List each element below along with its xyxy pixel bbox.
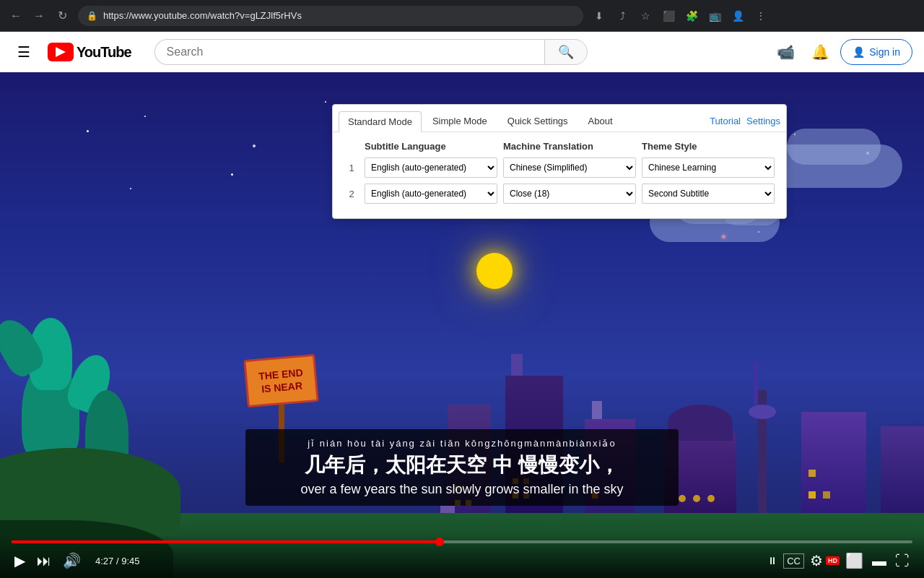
search-button[interactable]: 🔍 xyxy=(544,39,588,65)
subtitle-english: over a few years the sun slowly grows sm… xyxy=(263,482,661,497)
subtitle-row-1: 1 English (auto-generated) Chinese (Simp… xyxy=(344,158,775,178)
tab-simple-mode[interactable]: Simple Mode xyxy=(423,111,497,131)
bookmark-icon[interactable]: ☆ xyxy=(635,6,655,26)
next-button[interactable]: ⏭ xyxy=(34,550,54,572)
controls-row: ▶ ⏭ 🔊 4:27 / 9:45 ⏸ CC ⚙ HD ⬜ ▬ xyxy=(12,549,912,572)
profile-icon[interactable]: 👤 xyxy=(728,6,748,26)
lock-icon: 🔒 xyxy=(87,11,97,21)
volume-button[interactable]: 🔊 xyxy=(60,549,84,572)
row-1-theme-select[interactable]: Chinese Learning xyxy=(642,158,775,178)
share-icon[interactable]: ⤴ xyxy=(612,6,632,26)
url-text: https://www.youtube.com/watch?v=gLZJlf5r… xyxy=(103,10,575,21)
controls-right: ⏸ CC ⚙ HD ⬜ ▬ ⛶ xyxy=(764,549,912,572)
row-1-subtitle-lang-select[interactable]: English (auto-generated) xyxy=(365,158,497,178)
row-1-machine-trans-select[interactable]: Chinese (Simplified) xyxy=(503,158,636,178)
subtitle-row-2: 2 English (auto-generated) Close (18) Se… xyxy=(344,184,775,204)
download-icon[interactable]: ⬇ xyxy=(589,6,609,26)
header-right: 📹 🔔 👤 Sign in xyxy=(771,38,912,66)
hd-badge: HD xyxy=(826,556,840,565)
video-controls: ▶ ⏭ 🔊 4:27 / 9:45 ⏸ CC ⚙ HD ⬜ ▬ xyxy=(0,535,924,578)
row-2-subtitle-lang-select[interactable]: English (auto-generated) xyxy=(365,184,497,204)
video-camera-icon[interactable]: 📹 xyxy=(771,38,800,66)
time-display: 4:27 / 9:45 xyxy=(95,556,139,566)
tab-quick-settings[interactable]: Quick Settings xyxy=(498,111,578,131)
search-input[interactable] xyxy=(154,39,544,65)
youtube-logo-icon xyxy=(48,43,74,61)
notification-bell-icon[interactable]: 🔔 xyxy=(806,38,834,66)
settings-link[interactable]: Settings xyxy=(746,116,780,126)
popup-content: Subtitle Language Machine Translation Th… xyxy=(333,132,786,218)
person-icon: 👤 xyxy=(853,46,865,58)
row-2-machine-trans-select[interactable]: Close (18) xyxy=(503,184,636,204)
subtitle-overlay: jǐ nián hòu tài yáng zài tiān kōngzhōngm… xyxy=(245,429,679,506)
progress-fill xyxy=(12,540,444,543)
youtube-logo[interactable]: YouTube xyxy=(48,43,131,61)
youtube-logo-text: YouTube xyxy=(77,44,131,61)
extensions-icon[interactable]: 🧩 xyxy=(681,6,702,26)
sign-board: THE ENDIS NEAR xyxy=(243,353,319,407)
moon-decoration xyxy=(476,253,513,289)
hamburger-menu-button[interactable]: ☰ xyxy=(12,38,36,66)
miniplayer-button[interactable]: ⬜ xyxy=(842,549,866,572)
nav-buttons: ← → ↻ xyxy=(6,6,72,26)
search-bar: 🔍 xyxy=(154,39,588,65)
settings-button[interactable]: ⚙ xyxy=(807,549,826,572)
progress-bar[interactable] xyxy=(12,540,912,543)
row-2-theme-select[interactable]: Second Subtitle xyxy=(642,184,775,204)
extension-popup: Standard Mode Simple Mode Quick Settings… xyxy=(332,104,787,219)
sign-in-label: Sign in xyxy=(869,46,900,58)
browser-chrome: ← → ↻ 🔒 https://www.youtube.com/watch?v=… xyxy=(0,0,924,32)
forward-button[interactable]: → xyxy=(29,6,49,26)
settings-group: ⚙ HD xyxy=(807,549,840,572)
theater-mode-button[interactable]: ▬ xyxy=(869,550,889,572)
popup-links: Tutorial Settings xyxy=(710,116,780,126)
subtitles-button[interactable]: CC xyxy=(783,553,804,569)
popup-tab-bar: Standard Mode Simple Mode Quick Settings… xyxy=(333,105,786,132)
subtitle-chinese: 几年后，太阳在天空 中 慢慢变小， xyxy=(263,452,661,479)
popup-column-headers: Subtitle Language Machine Translation Th… xyxy=(344,141,775,152)
fullscreen-button[interactable]: ⛶ xyxy=(892,550,912,572)
cast-icon[interactable]: 📺 xyxy=(705,6,725,26)
tab-standard-mode[interactable]: Standard Mode xyxy=(339,111,422,132)
row-2-number: 2 xyxy=(344,189,359,199)
progress-dot xyxy=(435,538,444,546)
youtube-header: ☰ YouTube 🔍 📹 🔔 👤 Sign in xyxy=(0,32,924,72)
play-button[interactable]: ▶ xyxy=(12,549,28,572)
tab-about[interactable]: About xyxy=(579,111,622,131)
browser-actions: ⬇ ⤴ ☆ ⬛ 🧩 📺 👤 ⋮ xyxy=(589,6,771,26)
sign-in-button[interactable]: 👤 Sign in xyxy=(840,39,912,65)
theme-style-header: Theme Style xyxy=(642,141,775,152)
subtitle-language-header: Subtitle Language xyxy=(365,141,497,152)
time-total: 9:45 xyxy=(121,556,139,566)
extension-puzzle-icon[interactable]: ⬛ xyxy=(658,6,679,26)
more-menu-icon[interactable]: ⋮ xyxy=(751,6,771,26)
machine-translation-header: Machine Translation xyxy=(503,141,636,152)
reload-button[interactable]: ↻ xyxy=(52,6,72,26)
subtitle-pinyin: jǐ nián hòu tài yáng zài tiān kōngzhōngm… xyxy=(263,438,661,449)
back-button[interactable]: ← xyxy=(6,6,26,26)
address-bar[interactable]: 🔒 https://www.youtube.com/watch?v=gLZJlf… xyxy=(78,6,583,26)
tutorial-link[interactable]: Tutorial xyxy=(710,116,741,126)
pause-dots-button[interactable]: ⏸ xyxy=(764,552,780,569)
time-current: 4:27 xyxy=(95,556,113,566)
row-1-number: 1 xyxy=(344,163,359,173)
